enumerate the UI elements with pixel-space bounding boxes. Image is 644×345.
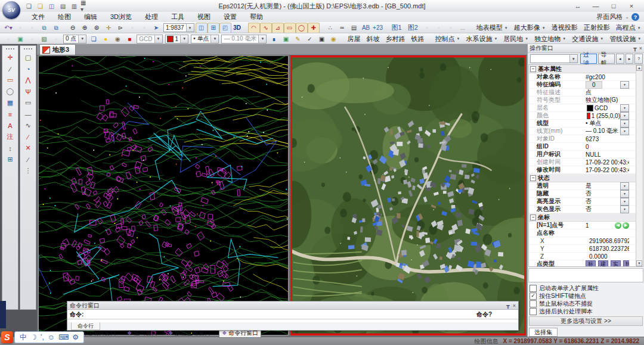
menu-item-3[interactable]: 编辑	[78, 12, 104, 22]
3d-window-icon[interactable]: 3D	[231, 23, 243, 33]
curve-tool-icon[interactable]: ∿	[22, 120, 34, 131]
chevron-down-icon[interactable]: ▼	[620, 112, 629, 120]
layer-bulb-icon[interactable]: ●	[100, 33, 112, 44]
maximize-icon[interactable]: □	[605, 1, 623, 11]
collapse-icon[interactable]: −	[530, 215, 536, 220]
chevron-down-icon[interactable]: ▼	[620, 198, 629, 206]
property-group-0[interactable]: −基本属性	[529, 65, 636, 73]
minimize-icon[interactable]: —	[587, 1, 605, 11]
scatter-points-icon[interactable]: ∴	[324, 23, 336, 33]
chevron-down-icon[interactable]: ▼	[620, 81, 629, 89]
surface-model-button[interactable]: 地表模型▼	[473, 23, 511, 33]
linetype-combo[interactable]: • 单点▼	[191, 35, 219, 43]
checkbox[interactable]: ✓	[530, 293, 537, 300]
property-row[interactable]: 修改时间17-09-22 00:43:47	[529, 166, 636, 174]
menu-item-9[interactable]: 帮助	[243, 12, 270, 22]
select-pointer-icon[interactable]: ⊳	[114, 23, 126, 33]
residential-button[interactable]: 居民地▼	[500, 34, 531, 43]
text-label-icon[interactable]: AB	[360, 23, 372, 33]
collapse-icon[interactable]: −	[530, 175, 536, 181]
cross-tool-icon[interactable]: ✕	[22, 142, 34, 154]
draw-ellipse-icon[interactable]: ◯	[296, 23, 308, 33]
option-row[interactable]: ✓按住SHIFT键拖点	[530, 292, 643, 300]
chevron-down-icon[interactable]: ▼	[620, 128, 629, 135]
independent-feature-button[interactable]: 独立地物▼	[531, 34, 569, 43]
copy-screen-icon[interactable]: ⧉	[50, 23, 62, 33]
property-row[interactable]: 点类型标建实转特更	[529, 260, 636, 267]
point-type-button[interactable]: 转	[623, 260, 629, 267]
plot-settings-icon[interactable]: ▦ ▾	[80, 2, 91, 11]
print-preview-icon[interactable]: ▥	[69, 2, 79, 11]
layer-color-icon[interactable]: ■	[123, 33, 135, 44]
prev-icon[interactable]: ◂	[616, 54, 624, 64]
property-grid-scrollbar[interactable]: ▲ ▼	[636, 65, 643, 266]
more-tools-icon[interactable]: ⋮	[22, 165, 34, 176]
chevron-down-icon[interactable]: ▼	[620, 182, 629, 190]
property-row[interactable]: Y618730.22372687154	[529, 245, 636, 253]
feature-code-combo[interactable]: 0 点▼	[63, 35, 86, 43]
menu-item-5[interactable]: 处理	[138, 12, 165, 22]
orthophoto-view[interactable]	[290, 55, 526, 335]
zoom-in-icon[interactable]: ⊕	[79, 23, 91, 33]
draw-rect-icon[interactable]: ▭	[284, 23, 296, 33]
monitor-icon[interactable]: ▣	[315, 33, 327, 44]
draw-arc-icon[interactable]: ◠	[248, 23, 260, 33]
undo-icon[interactable]: ↶▾	[2, 23, 14, 33]
point-type-button[interactable]: 建	[598, 260, 608, 267]
draw-slope-icon[interactable]: ⊿	[272, 23, 284, 33]
tile-windows-icon[interactable]: ⊞	[208, 23, 219, 33]
ortho-projection-button[interactable]: 正射投影	[581, 23, 613, 33]
layer-manager-icon[interactable]: ❏	[88, 33, 100, 44]
help-icon[interactable]: ?	[631, 13, 639, 21]
menu-item-2[interactable]: 绘图	[51, 12, 78, 22]
property-group-14[interactable]: −状态	[529, 174, 636, 182]
zoom-extent-icon[interactable]: ⊛	[91, 23, 103, 33]
checkbox[interactable]	[530, 308, 537, 315]
new-file-icon[interactable]: ❏	[24, 2, 34, 11]
property-row[interactable]: X2919068.6979226451	[529, 237, 636, 245]
chevron-down-icon[interactable]: ⌄	[625, 14, 629, 20]
soft-keyboard-icon[interactable]: ⌨	[58, 333, 69, 341]
option-row[interactable]: 启动表单录入扩展属性	[530, 284, 643, 292]
large-image-button[interactable]: 超大影像▼	[511, 23, 549, 33]
point-type-button[interactable]: 标	[586, 260, 596, 267]
pipeline-facility-button[interactable]: 管线设施▼	[606, 34, 644, 43]
collapse-icon[interactable]: −	[530, 66, 536, 72]
chevron-down-icon[interactable]: ▼	[180, 35, 188, 43]
document-tab[interactable]: 地形3	[39, 44, 76, 55]
menu-item-7[interactable]: 视图	[191, 12, 217, 22]
moon-icon[interactable]: ☽	[30, 333, 37, 341]
slope-button[interactable]: 斜坡	[363, 34, 382, 43]
chevron-down-icon[interactable]: ▼	[620, 190, 629, 198]
filter-combo[interactable]: ▼	[530, 54, 578, 63]
chevron-down-icon[interactable]: ▼	[78, 35, 86, 43]
pin-icon[interactable]: ┳	[633, 45, 636, 51]
village-road-button[interactable]: 乡村路	[382, 34, 408, 43]
diagonal-tool-icon[interactable]: ∕	[22, 131, 34, 142]
point-type-button[interactable]: 实	[611, 260, 621, 267]
property-group-19[interactable]: −坐标	[529, 213, 636, 222]
hatch-tool-icon[interactable]: ▦	[4, 97, 16, 108]
command-line-tab[interactable]: 命令行	[71, 322, 100, 330]
close-icon[interactable]: ×	[623, 1, 640, 11]
scroll-up-icon[interactable]: ▲	[636, 65, 642, 71]
scale-combo[interactable]: 1:9837▼	[163, 23, 194, 32]
control-point-button[interactable]: 控制点▼	[432, 34, 463, 43]
new-object-tool-icon[interactable]: ▢	[22, 52, 34, 63]
save-icon[interactable]: ◫	[47, 2, 57, 11]
vector-map-canvas[interactable]	[39, 56, 288, 335]
layer-lock-icon[interactable]: ◉	[112, 33, 123, 44]
chevron-down-icon[interactable]: ▼	[154, 35, 162, 43]
menu-item-6[interactable]: 工具	[165, 12, 191, 22]
draw-line-tool-icon[interactable]: ∕	[4, 63, 16, 74]
menu-item-8[interactable]: 设置	[217, 12, 243, 22]
snap-toggle-icon[interactable]: ▣	[14, 33, 26, 44]
draw-ellipse-tool-icon[interactable]: ◯	[4, 86, 16, 97]
split-window-icon[interactable]: ◰	[219, 23, 231, 33]
perspective-projection-button[interactable]: 透视投影	[549, 23, 581, 33]
water-facility-button[interactable]: 水系设施▼	[463, 34, 500, 43]
next-point-icon[interactable]: ▶	[623, 222, 629, 229]
view1-button[interactable]: 图1	[389, 23, 405, 33]
print-icon[interactable]: ▤	[58, 2, 68, 11]
parallel-tool-icon[interactable]: ≡	[4, 108, 16, 120]
